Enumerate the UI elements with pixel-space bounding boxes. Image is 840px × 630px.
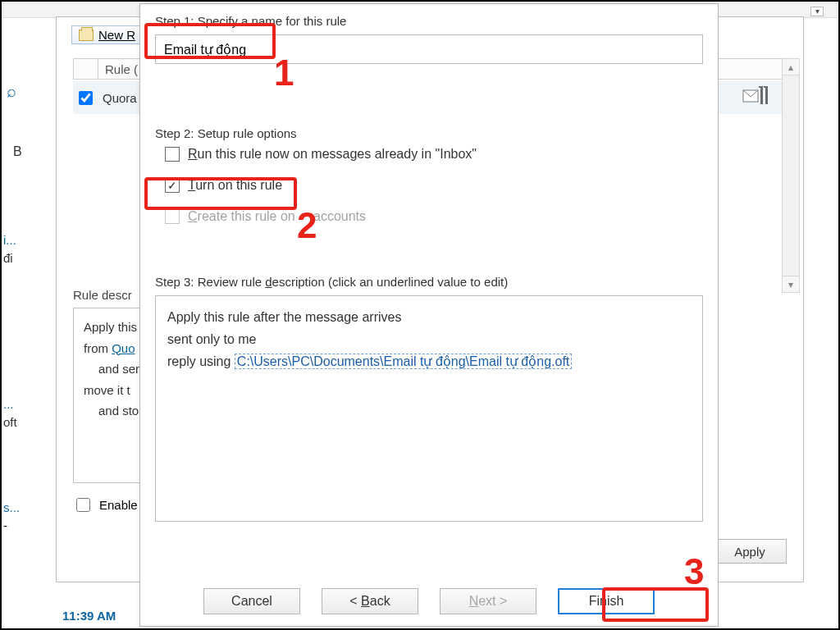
scroll-down-icon[interactable]: ▾ — [783, 276, 799, 292]
apply-button[interactable]: Apply — [713, 539, 787, 564]
run-now-option[interactable]: Run this rule now on messages already in… — [165, 147, 703, 162]
desc-line: reply using C:\Users\PC\Documents\Email … — [167, 350, 691, 372]
left-fragment-text: oft — [3, 415, 17, 429]
left-fragment-text: - — [3, 518, 7, 532]
desc-line: sent only to me — [167, 328, 691, 350]
rule-name-input[interactable] — [155, 34, 703, 64]
rules-scrollbar[interactable]: ▴ ▾ — [782, 58, 800, 293]
left-fragment-link: i... — [3, 233, 16, 247]
svg-rect-1 — [760, 88, 763, 104]
new-rule-label: New R — [98, 28, 135, 42]
checkbox-icon[interactable] — [165, 147, 180, 162]
left-fragment-link: s... — [3, 500, 20, 514]
wizard-button-row: Cancel < Back Next > Finish — [140, 588, 718, 614]
desc-line: Apply this rule after the message arrive… — [167, 306, 691, 328]
new-rule-button[interactable]: New R — [71, 25, 143, 44]
enable-checkbox[interactable] — [76, 498, 90, 512]
rules-header-label: Rule ( — [98, 62, 138, 76]
enable-label: Enable — [99, 498, 138, 512]
rule-actions-icon — [742, 85, 770, 108]
ribbon-dropdown-icon[interactable]: ▾ — [810, 7, 824, 16]
folder-icon — [79, 30, 94, 41]
step1-label: Step 1: Specify a name for this rule — [155, 14, 703, 28]
checkbox-icon[interactable] — [165, 178, 180, 193]
template-path-link[interactable]: C:\Users\PC\Documents\Email tự động\Emai… — [235, 354, 572, 369]
step2-label: Step 2: Setup rule options — [155, 126, 703, 140]
back-button[interactable]: < Back — [322, 588, 418, 614]
create-all-accounts-label: Create this rule on accounts — [188, 209, 366, 224]
enable-all-rss-option[interactable]: Enable — [73, 495, 138, 514]
turn-on-rule-label: Turn on this rule — [188, 178, 282, 193]
search-icon[interactable]: ⌕ — [7, 82, 25, 100]
rule-description-label: Rule descr — [73, 288, 132, 302]
left-fragment-text: đi — [3, 251, 13, 265]
rules-wizard-dialog: Step 1: Specify a name for this rule Ste… — [139, 3, 719, 627]
create-all-accounts-option: Create this rule on accounts — [165, 209, 703, 224]
finish-button[interactable]: Finish — [558, 588, 655, 614]
rule-row-name: Quora — [98, 91, 137, 105]
checkbox-icon — [165, 209, 180, 224]
rule-description-preview: Apply this rule after the message arrive… — [155, 295, 703, 522]
cancel-button[interactable]: Cancel — [203, 588, 300, 614]
run-now-label: Run this rule now on messages already in… — [188, 147, 477, 162]
rd-link[interactable]: Quo — [112, 341, 135, 355]
svg-rect-2 — [765, 88, 768, 104]
left-fragment-link: ... — [3, 397, 14, 411]
clock-time: 11:39 AM — [62, 609, 116, 623]
sidebar-letter: B — [13, 144, 22, 159]
step3-label: Step 3: Review rule description (click a… — [155, 275, 703, 289]
scroll-up-icon[interactable]: ▴ — [783, 59, 799, 75]
turn-on-rule-option[interactable]: Turn on this rule — [165, 178, 703, 193]
rule-enabled-checkbox[interactable] — [79, 91, 93, 105]
next-button: Next > — [440, 588, 536, 614]
